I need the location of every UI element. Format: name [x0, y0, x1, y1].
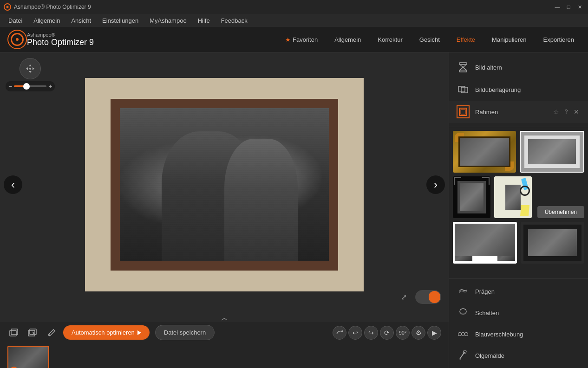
- menu-myashampoo[interactable]: MyAshampoo: [145, 15, 191, 26]
- image-canvas: ‹: [0, 52, 449, 317]
- menu-bar: Datei Allgemein Ansicht Einstellungen My…: [0, 14, 588, 27]
- compare-toggle[interactable]: [415, 290, 441, 304]
- auto-optimize-button[interactable]: Automatisch optimieren: [63, 325, 150, 340]
- rotate-ccw-button[interactable]: 90°: [396, 326, 410, 340]
- frame-preview-dark-ornate[interactable]: [453, 176, 490, 218]
- tab-gesicht[interactable]: Gesicht: [413, 33, 446, 46]
- frame-white-bg: [521, 132, 584, 172]
- apply-button[interactable]: Übernehmen: [537, 206, 584, 218]
- frame-icon: [459, 108, 467, 116]
- frame-preview-white[interactable]: [520, 131, 585, 173]
- schatten-icon: [457, 306, 470, 319]
- expand-toggle[interactable]: [0, 317, 449, 322]
- effect-bild-altern[interactable]: Bild altern: [449, 56, 588, 78]
- svg-rect-15: [459, 70, 467, 72]
- save-file-button[interactable]: Datei speichern: [155, 325, 215, 340]
- polaroid-photo-bl: [455, 246, 472, 261]
- rahmen-favorite-button[interactable]: ☆: [552, 108, 560, 116]
- rahmen-close-button[interactable]: ✕: [572, 108, 581, 116]
- zoom-slider[interactable]: [14, 85, 46, 87]
- thumbnail-1[interactable]: ✓: [7, 346, 49, 368]
- svg-marker-4: [26, 67, 28, 70]
- frame-preview-row-1: [453, 131, 584, 173]
- frame-preview-dark-border[interactable]: [521, 222, 585, 264]
- view-controls: ⤢: [401, 290, 441, 304]
- batch-tool-button[interactable]: [7, 326, 20, 339]
- dark-border-bg: [521, 222, 585, 264]
- zoom-minus-button[interactable]: −: [8, 83, 12, 90]
- frame-dark-inner: [457, 181, 486, 213]
- emboss-icon: [458, 286, 468, 297]
- rahmen-actions: ☆ ? ✕: [552, 108, 581, 116]
- app-brand: Ashampoo®: [27, 32, 94, 38]
- oil-paint-icon: [458, 350, 468, 361]
- corner-tr: [482, 177, 490, 185]
- menu-hilfe[interactable]: Hilfe: [193, 15, 215, 26]
- menu-einstellungen[interactable]: Einstellungen: [98, 15, 143, 26]
- redo-button[interactable]: ↪: [364, 326, 378, 340]
- frame-preview-row-2: Übernehmen: [453, 176, 584, 218]
- bild-altern-label: Bild altern: [475, 64, 581, 71]
- effect-schatten[interactable]: Schatten: [449, 302, 588, 323]
- effect-blauverschiebung[interactable]: Blauverschiebung: [449, 323, 588, 345]
- svg-point-21: [458, 333, 462, 336]
- settings-button[interactable]: ⚙: [412, 326, 425, 340]
- export-tool-button[interactable]: [26, 326, 39, 339]
- photo-frame-outer: [85, 78, 364, 291]
- bild-altern-icon: [457, 61, 470, 74]
- minimize-button[interactable]: —: [553, 2, 562, 12]
- svg-point-13: [341, 330, 343, 332]
- zoom-controls: − +: [6, 58, 55, 91]
- more-button[interactable]: ▶: [427, 326, 441, 340]
- shadow-icon: [458, 308, 468, 318]
- tab-korrektur[interactable]: Korrektur: [371, 33, 409, 46]
- effect-bildueberlagerung[interactable]: Bildüberlagerung: [449, 78, 588, 101]
- blauverschiebung-label: Blauverschiebung: [475, 331, 523, 338]
- brush-tool-button[interactable]: [45, 326, 58, 339]
- action-tools: ↩ ↪ ⟳ 90° ⚙ ▶: [333, 326, 441, 340]
- undo-button[interactable]: ↩: [348, 326, 362, 340]
- title-bar-left: Ashampoo® Photo Optimizer 9: [4, 3, 91, 11]
- tab-allgemein[interactable]: Allgemein: [328, 33, 367, 46]
- tab-exportieren[interactable]: Exportieren: [537, 33, 581, 46]
- frame-preview-polaroid1[interactable]: [453, 222, 517, 264]
- menu-datei[interactable]: Datei: [4, 15, 27, 26]
- fullscreen-button[interactable]: ⤢: [401, 293, 407, 302]
- frame-white-inner: [524, 136, 580, 168]
- app-logo: [7, 30, 27, 49]
- menu-feedback[interactable]: Feedback: [216, 15, 252, 26]
- frame-preview-wooden[interactable]: [453, 131, 516, 173]
- frame-wooden-bg: [453, 131, 516, 173]
- next-image-button[interactable]: ›: [426, 175, 445, 194]
- more-effects: Prägen Schatten: [449, 278, 588, 368]
- svg-marker-2: [29, 65, 32, 66]
- praegen-label: Prägen: [475, 288, 495, 295]
- zoom-plus-button[interactable]: +: [48, 83, 52, 90]
- effect-praegen[interactable]: Prägen: [449, 281, 588, 302]
- pan-control[interactable]: [20, 58, 41, 79]
- tab-manipulieren[interactable]: Manipulieren: [485, 33, 533, 46]
- title-bar-controls: — □ ✕: [553, 2, 584, 12]
- tab-favoriten[interactable]: ★ Favoriten: [279, 33, 324, 46]
- menu-allgemein[interactable]: Allgemein: [29, 15, 65, 26]
- rahmen-help-button[interactable]: ?: [562, 108, 570, 116]
- effect-rahmen[interactable]: Rahmen ☆ ? ✕: [449, 101, 588, 123]
- close-button[interactable]: ✕: [575, 2, 584, 12]
- rotate-cw-button[interactable]: ⟳: [380, 326, 394, 340]
- oelgemaelde-label: Ölgemälde: [475, 352, 504, 359]
- menu-ansicht[interactable]: Ansicht: [66, 15, 96, 26]
- prev-image-button[interactable]: ‹: [4, 175, 22, 194]
- svg-rect-8: [11, 329, 18, 335]
- maximize-button[interactable]: □: [564, 2, 573, 12]
- effect-oelgemaelde[interactable]: Ölgemälde: [449, 345, 588, 366]
- tab-effekte[interactable]: Effekte: [450, 33, 482, 46]
- pan-icon: [25, 63, 36, 74]
- retouch-button[interactable]: [333, 326, 346, 340]
- oelgemaelde-icon: [457, 349, 470, 362]
- frame-dark-bg: [453, 176, 490, 218]
- frame-modern-photo: [505, 185, 521, 210]
- export-icon: [28, 329, 37, 337]
- dropdown-arrow-icon: [137, 330, 141, 335]
- frame-preview-modern[interactable]: [494, 176, 532, 218]
- logo-dot: [16, 38, 19, 41]
